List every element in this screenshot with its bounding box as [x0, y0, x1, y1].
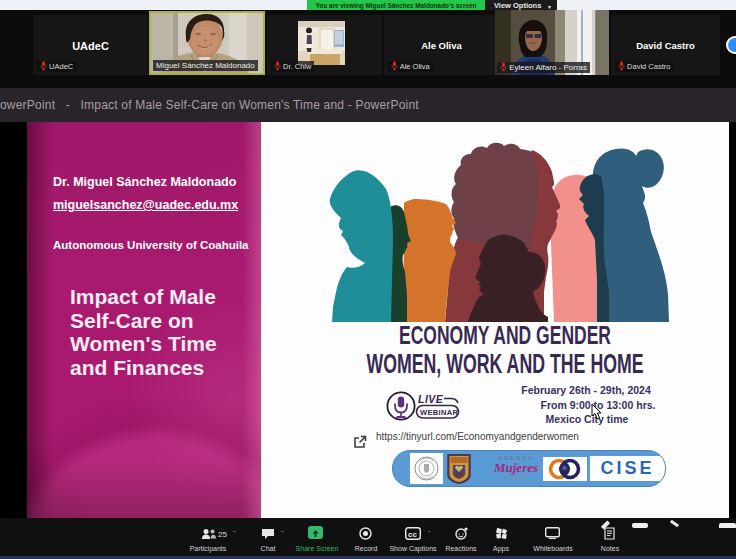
svg-text:LIVE: LIVE: [418, 393, 444, 405]
svg-text:cc: cc: [408, 530, 417, 539]
